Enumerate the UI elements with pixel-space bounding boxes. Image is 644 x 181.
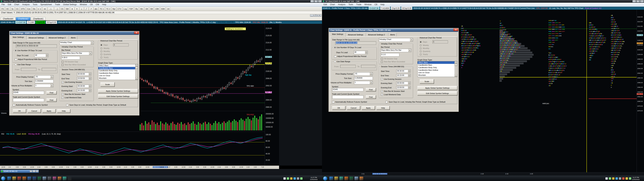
symbol-find-button[interactable]: Find [366, 88, 376, 91]
hist-quarterly-radio[interactable] [420, 50, 422, 52]
hist-weekly-radio[interactable] [420, 44, 422, 46]
taskbar-clock[interactable]: 11:27 PM21/02/2015 [628, 176, 643, 180]
use-evening-checkbox[interactable]: ✓ [381, 78, 383, 80]
toolbar-button--[interactable]: ↗ [89, 7, 93, 11]
tray-antivirus-icon[interactable] [622, 177, 624, 180]
taskbar-media-player-icon[interactable] [58, 177, 62, 180]
help-button[interactable]: Help [57, 109, 70, 113]
toolbar-button-sv[interactable]: Sv [10, 7, 15, 11]
scale-button[interactable]: Scale [100, 82, 114, 87]
left-time-axis[interactable]: 18:002-93:308:3013:302-103:308:3013:302-… [0, 166, 279, 169]
tray-network-icon[interactable] [287, 177, 289, 180]
spin-down[interactable]: ▼ [89, 78, 91, 80]
days-to-load-field[interactable]: 30▲▼ [354, 51, 368, 54]
save-default-checkbox[interactable] [386, 101, 388, 103]
tray-shield-icon[interactable] [290, 177, 292, 180]
time-spinner[interactable]: ▲▼ [408, 74, 410, 76]
chartbook-tab-chartbook2[interactable]: Chartbook2 [16, 17, 30, 20]
price-format-dropdown[interactable]: .01▼ [354, 72, 373, 76]
time-spinner[interactable]: ▲▼ [89, 73, 91, 75]
dialog-tab-main-settings[interactable]: Main Settings [11, 36, 27, 40]
dialog-titlebar[interactable]: Chart Settings - ESH5 30 Min #3 [10, 32, 139, 35]
taskbar-cmd-icon[interactable] [68, 177, 72, 180]
tray-update-icon[interactable] [626, 177, 628, 180]
draw-type-option-candlestick-bars-hollow[interactable]: Candlestick Bars Hollow [98, 72, 135, 74]
spin-down[interactable]: ▼ [365, 52, 368, 54]
menu-item-window[interactable]: Window [363, 3, 373, 6]
minimized-chart-tab[interactable]: ESH5 30 Min #3 ❐ □ ✕ [0, 170, 39, 173]
toolbar-button--[interactable]: ╱ [84, 7, 88, 11]
taskbar-explorer-icon[interactable] [334, 177, 338, 180]
spin-up[interactable]: ▲ [365, 51, 368, 52]
restore-button[interactable]: ❐ [636, 0, 640, 2]
load-weekend-checkbox[interactable]: ✓ [381, 94, 383, 96]
new-bar-exceeded-checkbox[interactable] [62, 64, 64, 66]
taskbar-firefox-icon[interactable] [344, 177, 348, 180]
menu-item-global-settings[interactable]: Global Settings [62, 3, 78, 6]
time-spinner[interactable]: ▲▼ [89, 77, 91, 80]
spin-up[interactable]: ▲ [46, 54, 48, 56]
spin-up[interactable]: ▲ [408, 82, 410, 83]
draw-type-option-ohlc-bars[interactable]: OHLC Bars [98, 64, 135, 67]
dropdown-arrow-icon[interactable]: ▼ [91, 42, 94, 44]
toolbar-button--[interactable]: ⊥ [80, 7, 84, 11]
apply-global-symbol-settings-button[interactable]: Apply Global Symbol Settings [418, 86, 457, 90]
toolbar-button-1m[interactable]: 1M [144, 7, 149, 11]
taskbar-clock[interactable]: 11:27 PM21/02/2015 [306, 176, 321, 180]
taskbar-word-icon[interactable] [32, 177, 36, 180]
menu-item-edit[interactable]: Edit [6, 3, 13, 6]
chartbook-tab-chartbook1[interactable]: Chartbook1 [31, 17, 46, 20]
new-bar-session-checkbox[interactable]: ✓ [62, 93, 64, 95]
use-days-radio[interactable] [15, 50, 16, 52]
price-format-dropdown[interactable]: .01▼ [35, 75, 54, 78]
trade-symbol-field[interactable] [13, 98, 44, 102]
from-field[interactable] [340, 65, 356, 68]
menu-item-help[interactable]: Help [379, 3, 386, 6]
evening-start-field[interactable]: 09:30:00▲▼ [77, 85, 92, 88]
toolbar-button-fs[interactable]: FS [0, 7, 5, 11]
scrollbar-thumb[interactable] [136, 67, 138, 69]
menu-item-trade[interactable]: Trade [355, 3, 363, 6]
dialog-tab-advanced-settings-2[interactable]: Advanced Settings 2 [366, 33, 388, 36]
scrollbar-thumb[interactable] [455, 64, 457, 66]
spin-up[interactable]: ▲ [408, 70, 410, 71]
tray-volume-icon[interactable] [606, 177, 608, 180]
start-button[interactable] [323, 176, 327, 181]
tick-size-field[interactable]: 0.250000 [35, 80, 54, 83]
dropdown-arrow-icon[interactable]: ▼ [410, 38, 413, 42]
start-time-field[interactable]: 00:00:00▲▼ [77, 72, 92, 76]
taskbar-calculator-icon[interactable] [48, 177, 51, 180]
symbol-field[interactable]: ESH5 [332, 88, 364, 91]
graph-draw-type-listbox[interactable]: OHLC BarsCandlestick BarsCandlestick Bod… [98, 64, 138, 80]
tray-sync-icon[interactable] [616, 177, 618, 180]
toolbar-button-cs[interactable]: CS [60, 7, 64, 11]
chart-type-dropdown[interactable]: Intraday Chart▼ [379, 38, 413, 42]
spin-down[interactable]: ▼ [408, 88, 410, 89]
save-default-checkbox[interactable] [66, 104, 68, 106]
toolbar-button-log[interactable]: Log [123, 7, 128, 11]
hist-quarterly-radio[interactable] [100, 54, 102, 55]
close-button[interactable]: ✕ [640, 0, 644, 2]
menu-item-chart[interactable]: Chart [13, 3, 21, 6]
menu-item-cw[interactable]: CW [94, 3, 100, 6]
menu-item-edit[interactable]: Edit [322, 3, 328, 6]
trade-symbol-find-button[interactable]: Find [46, 98, 56, 102]
scrollbar-up-arrow[interactable]: ▲ [136, 64, 138, 67]
taskbar-ie-icon[interactable] [330, 177, 333, 180]
dialog-tab-main-settings[interactable]: Main Settings [330, 32, 346, 36]
taskbar-notepad-icon[interactable] [354, 177, 358, 180]
symbol-field[interactable]: ESH5 [13, 91, 44, 94]
start-button[interactable] [1, 176, 5, 181]
new-bar-exceeded-checkbox[interactable] [381, 61, 383, 63]
spin-down[interactable]: ▼ [89, 91, 91, 92]
spin-down[interactable]: ▼ [408, 71, 410, 72]
taskbar-explorer-icon[interactable] [12, 177, 16, 180]
trade-symbol-find-button[interactable]: Find [366, 95, 376, 99]
dialog-close-button[interactable]: X [453, 28, 458, 31]
toolbar-button--[interactable]: ⇥⇤ [42, 7, 47, 11]
graph-draw-type-listbox[interactable]: OHLC BarsCandlestick BarsCandlestick Bod… [418, 61, 457, 77]
right-price-scale[interactable]: 2116.002114.002112.002110.002108.002106.… [636, 10, 644, 172]
right-time-axis[interactable]: 2-112015-02-16 09:30:012-182-192-20 [322, 172, 644, 176]
close-button[interactable]: ✕ [318, 0, 322, 2]
spin-down[interactable]: ▼ [46, 56, 48, 57]
